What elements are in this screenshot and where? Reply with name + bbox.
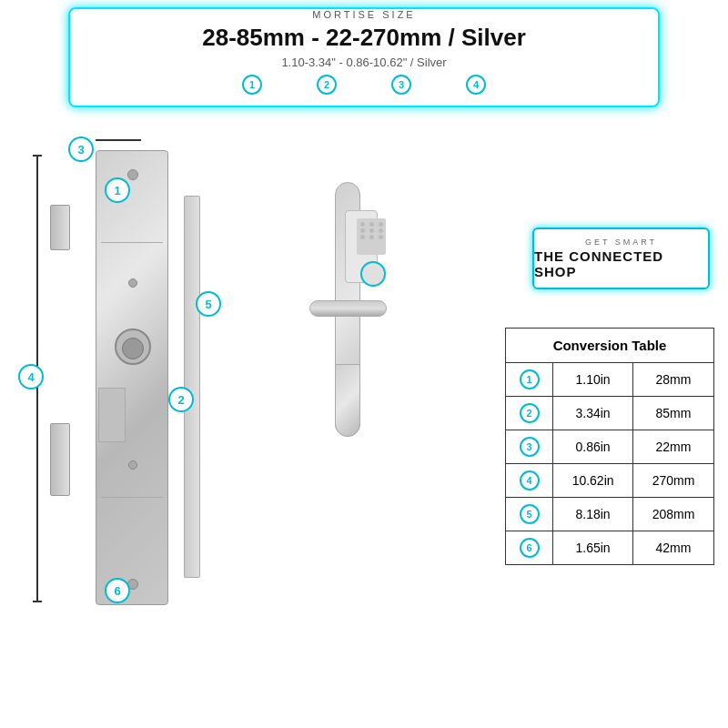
diag-circle-1: 1 bbox=[105, 177, 130, 203]
row-num-cell: 1 bbox=[506, 363, 553, 397]
table-num-circle: 3 bbox=[520, 437, 540, 457]
keyhole bbox=[122, 338, 144, 359]
latch-bolt bbox=[50, 205, 70, 250]
row-mm: 28mm bbox=[633, 363, 714, 397]
dead-bolt bbox=[50, 423, 70, 496]
handle-keypad bbox=[357, 218, 386, 255]
header-area: MORTISE SIZE 28-85mm - 22-270mm / Silver… bbox=[73, 9, 655, 95]
dim-arrow-top bbox=[33, 155, 42, 157]
bolt-area bbox=[98, 388, 126, 442]
row-mm: 85mm bbox=[633, 397, 714, 430]
strike-plate bbox=[184, 196, 200, 578]
row-mm: 22mm bbox=[633, 430, 714, 464]
brand-get-smart: GET SMART bbox=[585, 238, 657, 247]
row-num-cell: 5 bbox=[506, 498, 553, 531]
screw-4 bbox=[128, 460, 137, 470]
conversion-table: Conversion Table 11.10in28mm23.34in85mm3… bbox=[505, 328, 714, 565]
markers-row: 1 2 3 4 bbox=[73, 75, 655, 95]
handle-bar bbox=[309, 300, 387, 317]
detail-line-1 bbox=[101, 242, 163, 243]
row-mm: 270mm bbox=[633, 464, 714, 498]
dim-line-width-top bbox=[96, 139, 141, 141]
row-num-cell: 2 bbox=[506, 397, 553, 430]
row-inches: 3.34in bbox=[553, 397, 633, 430]
table-num-circle: 4 bbox=[520, 470, 540, 490]
row-mm: 208mm bbox=[633, 498, 714, 531]
table-row: 30.86in22mm bbox=[506, 430, 714, 464]
row-inches: 0.86in bbox=[553, 430, 633, 464]
row-inches: 8.18in bbox=[553, 498, 633, 531]
size-sub: 1.10-3.34" - 0.86-10.62" / Silver bbox=[73, 56, 655, 69]
diag-circle-2: 2 bbox=[168, 387, 194, 412]
row-inches: 10.62in bbox=[553, 464, 633, 498]
detail-line-2 bbox=[101, 497, 163, 498]
diag-circle-5: 5 bbox=[196, 291, 221, 317]
handle-pad bbox=[345, 210, 378, 283]
lock-body bbox=[96, 150, 168, 605]
table-row: 61.65in42mm bbox=[506, 531, 714, 565]
lock-diagram: 1 2 3 4 5 6 bbox=[18, 132, 291, 660]
screw-1 bbox=[127, 169, 138, 180]
row-num-cell: 3 bbox=[506, 430, 553, 464]
marker-2: 2 bbox=[317, 75, 337, 95]
marker-4: 4 bbox=[466, 75, 486, 95]
fingerprint-circle bbox=[360, 261, 386, 287]
keypad-dots bbox=[357, 218, 386, 243]
row-num-cell: 6 bbox=[506, 531, 553, 565]
diag-circle-4: 4 bbox=[18, 364, 44, 389]
lock-body-container bbox=[68, 150, 187, 632]
handle-bottom bbox=[335, 364, 360, 437]
screw-3 bbox=[128, 278, 137, 288]
handle-container bbox=[309, 182, 410, 473]
table-num-circle: 6 bbox=[520, 538, 540, 558]
brand-name: THE CONNECTED SHOP bbox=[534, 248, 708, 279]
marker-3: 3 bbox=[391, 75, 411, 95]
size-main: 28-85mm - 22-270mm / Silver bbox=[73, 24, 655, 52]
table-title: Conversion Table bbox=[506, 329, 714, 363]
diag-circle-3: 3 bbox=[68, 136, 94, 162]
table-num-circle: 5 bbox=[520, 504, 540, 524]
dim-arrow-bottom bbox=[33, 601, 42, 602]
row-inches: 1.65in bbox=[553, 531, 633, 565]
table-row: 410.62in270mm bbox=[506, 464, 714, 498]
table-num-circle: 2 bbox=[520, 403, 540, 423]
table-row: 23.34in85mm bbox=[506, 397, 714, 430]
row-num-cell: 4 bbox=[506, 464, 553, 498]
row-mm: 42mm bbox=[633, 531, 714, 565]
row-inches: 1.10in bbox=[553, 363, 633, 397]
marker-1: 1 bbox=[242, 75, 262, 95]
table-row: 58.18in208mm bbox=[506, 498, 714, 531]
diag-circle-6: 6 bbox=[105, 578, 130, 603]
mortise-label: MORTISE SIZE bbox=[73, 9, 655, 20]
brand-box: GET SMART THE CONNECTED SHOP bbox=[532, 228, 710, 289]
table-row: 11.10in28mm bbox=[506, 363, 714, 397]
table-num-circle: 1 bbox=[520, 369, 540, 389]
